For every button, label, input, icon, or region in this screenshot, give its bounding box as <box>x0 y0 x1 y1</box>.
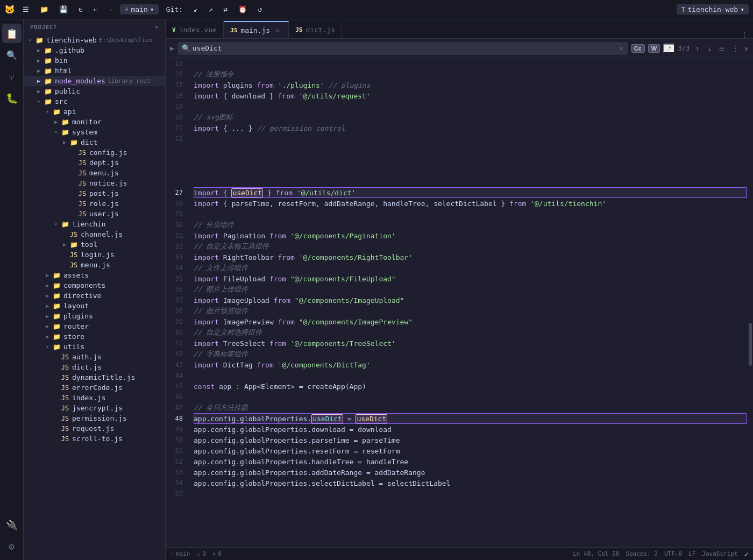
tree-item-node-modules[interactable]: ▶ 📁 node_modules library root <box>24 76 165 86</box>
tree-item-post-js[interactable]: ▶ JS post.js <box>24 188 165 199</box>
tree-item-tienchin[interactable]: ▾ 📁 tienchin <box>24 219 165 229</box>
tree-item-errorCode-js[interactable]: ▶ JS errorCode.js <box>24 382 165 393</box>
tree-item-utils[interactable]: ▾ 📁 utils <box>24 342 165 352</box>
tree-item-channel-js[interactable]: ▶ JS channel.js <box>24 229 165 239</box>
folder-icon: 📁 <box>52 313 61 320</box>
code-line: app.config.globalProperties.download = d… <box>194 424 747 435</box>
tree-item-index-js[interactable]: ▶ JS index.js <box>24 393 165 403</box>
code-line: // 图片上传组件 <box>194 284 747 295</box>
search-close-button[interactable]: ✕ <box>744 44 749 53</box>
search-prev-button[interactable]: ↑ <box>693 43 701 54</box>
tree-item-dict[interactable]: ▶ 📁 dict <box>24 137 165 147</box>
sidebar-chevron-icon: ▾ <box>155 24 159 31</box>
tree-item-tienchin-menu-js[interactable]: ▶ JS menu.js <box>24 260 165 270</box>
tree-item-router[interactable]: ▶ 📁 router <box>24 321 165 331</box>
line-col-label: Ln 48, Col 58 <box>573 550 619 557</box>
refresh-button[interactable]: ↻ <box>75 4 86 15</box>
tree-item-src[interactable]: ▾ 📁 src <box>24 96 165 107</box>
branch-selector[interactable]: ⑂ main ▾ <box>120 4 158 15</box>
tree-item-config-js[interactable]: ▶ JS config.js <box>24 147 165 158</box>
search-input[interactable] <box>193 44 617 52</box>
status-branch[interactable]: ⑂ main <box>170 550 190 557</box>
tree-item-api[interactable]: ▾ 📁 api <box>24 107 165 117</box>
code-line <box>194 488 747 499</box>
tree-item-github[interactable]: ▶ 📁 .github <box>24 45 165 55</box>
status-line-ending[interactable]: LF <box>688 550 695 557</box>
tree-item-auth-js[interactable]: ▶ JS auth.js <box>24 352 165 362</box>
activity-settings-icon[interactable]: ⚙ <box>2 536 22 556</box>
js-file-icon: JS <box>77 200 87 208</box>
tree-item-public[interactable]: ▶ 📁 public <box>24 86 165 96</box>
js-file-icon: JS <box>60 384 70 392</box>
file-manager-button[interactable]: 📁 <box>37 4 52 15</box>
tree-item-assets[interactable]: ▶ 📁 assets <box>24 270 165 280</box>
tree-item-plugins[interactable]: ▶ 📁 plugins <box>24 311 165 321</box>
activity-vcs-icon[interactable]: ⑂ <box>2 67 22 86</box>
tab-close-button[interactable]: ✕ <box>273 26 282 34</box>
tree-item-system[interactable]: ▾ 📁 system <box>24 127 165 137</box>
scrollbar-thumb[interactable] <box>749 323 752 366</box>
regex-button[interactable]: .* <box>663 44 674 53</box>
git-action-2[interactable]: ↗ <box>205 4 216 15</box>
tree-item-jsencrypt-js[interactable]: ▶ JS jsencrypt.js <box>24 403 165 413</box>
tree-item-user-js[interactable]: ▶ JS user.js <box>24 209 165 219</box>
branch-chevron-icon: ▾ <box>150 5 154 13</box>
code-line <box>194 209 747 219</box>
folder-icon: 📁 <box>43 47 53 54</box>
search-next-button[interactable]: ↓ <box>705 43 714 54</box>
tree-item-login-js[interactable]: ▶ JS login.js <box>24 250 165 260</box>
clear-search-icon[interactable]: ✕ <box>619 44 623 52</box>
tree-item-role-js[interactable]: ▶ JS role.js <box>24 199 165 209</box>
whole-word-button[interactable]: W <box>648 44 660 53</box>
status-encoding[interactable]: UTF-8 <box>664 550 682 557</box>
status-errors[interactable]: ✕ 0 <box>212 550 222 557</box>
tree-item-dict-js[interactable]: ▶ JS dict.js <box>24 362 165 372</box>
search-filter-button[interactable]: ⊟ <box>717 43 726 54</box>
forward-button[interactable]: → <box>105 4 116 15</box>
tab-dict-js[interactable]: JS dict.js <box>289 21 342 38</box>
activity-project-icon[interactable]: 📋 <box>2 24 22 43</box>
hamburger-menu-button[interactable]: ☰ <box>19 4 32 15</box>
code-line: import { ... } // permission control <box>194 123 747 133</box>
tab-main-js[interactable]: JS main.js ✕ <box>224 21 289 38</box>
status-language[interactable]: JavaScript <box>702 550 737 557</box>
tree-item-scroll-to-js[interactable]: ▶ JS scroll-to.js <box>24 434 165 444</box>
tab-menu-button[interactable]: ⋮ <box>736 30 753 38</box>
tree-item-bin[interactable]: ▶ 📁 bin <box>24 55 165 66</box>
tree-item-tienchin-web[interactable]: ▾ 📁 tienchin-web E:\Desktop\Tien <box>24 35 165 45</box>
code-line: // 注册指令 <box>194 69 747 80</box>
tree-item-dynamicTitle-js[interactable]: ▶ JS dynamicTitle.js <box>24 372 165 382</box>
tree-item-layout[interactable]: ▶ 📁 layout <box>24 301 165 311</box>
status-line-col[interactable]: Ln 48, Col 58 <box>573 550 619 557</box>
activity-plugins-icon[interactable]: 🔌 <box>2 515 22 534</box>
case-sensitive-button[interactable]: Cc <box>631 44 645 53</box>
project-selector[interactable]: T tienchin-web ▾ <box>677 4 749 15</box>
tree-item-directive[interactable]: ▶ 📁 directive <box>24 290 165 301</box>
tree-item-html[interactable]: ▶ 📁 html <box>24 66 165 76</box>
git-revert-button[interactable]: ↺ <box>254 4 265 15</box>
tree-item-tool[interactable]: ▶ 📁 tool <box>24 239 165 250</box>
git-action-3[interactable]: ⇄ <box>221 4 231 15</box>
back-button[interactable]: ← <box>90 4 101 15</box>
git-history-button[interactable]: ⏰ <box>235 4 250 15</box>
activity-search-icon[interactable]: 🔍 <box>2 45 22 65</box>
tree-item-dept-js[interactable]: ▶ JS dept.js <box>24 158 165 168</box>
tree-item-components[interactable]: ▶ 📁 components <box>24 280 165 290</box>
tab-index-vue[interactable]: V index.vue <box>166 21 224 38</box>
tree-item-request-js[interactable]: ▶ JS request.js <box>24 423 165 434</box>
status-indent[interactable]: Spaces: 2 <box>626 550 658 557</box>
tree-item-permission-js[interactable]: ▶ JS permission.js <box>24 413 165 423</box>
code-line: // 字典标签组件 <box>194 349 747 359</box>
tree-item-monitor[interactable]: ▶ 📁 monitor <box>24 117 165 127</box>
editor-content[interactable]: 15 16 17 18 19 20 21 22 23 24 25 26 27 2… <box>166 58 753 547</box>
tree-item-store[interactable]: ▶ 📁 store <box>24 331 165 342</box>
editor-scrollbar[interactable] <box>747 58 753 499</box>
tree-item-menu-js[interactable]: ▶ JS menu.js <box>24 168 165 178</box>
activity-debug-icon[interactable]: 🐛 <box>2 88 22 108</box>
save-button[interactable]: 💾 <box>56 4 71 15</box>
status-warnings[interactable]: ⚠ 0 <box>197 550 206 557</box>
git-action-1[interactable]: ↙ <box>190 4 201 15</box>
search-options-button[interactable]: ⋮ <box>729 43 741 54</box>
tree-item-notice-js[interactable]: ▶ JS notice.js <box>24 178 165 188</box>
expand-icon[interactable]: ▶ <box>170 44 174 52</box>
